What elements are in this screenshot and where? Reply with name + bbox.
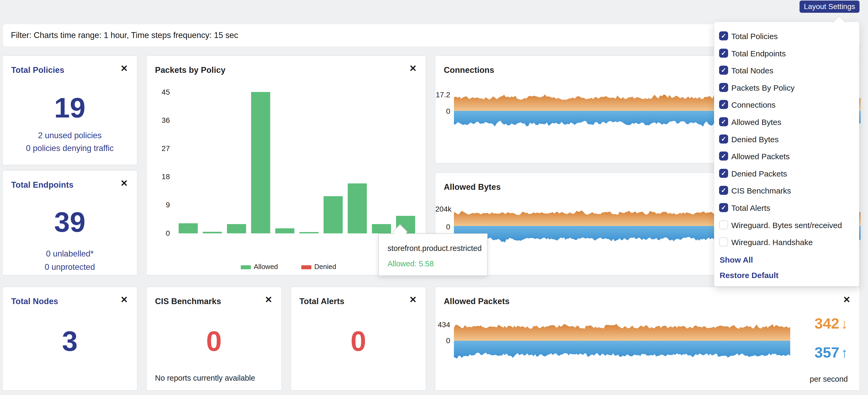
- close-icon[interactable]: ✕: [121, 295, 128, 304]
- unlabelled-text: 0 unlabelled*: [3, 249, 137, 259]
- dropdown-item-label: Allowed Bytes: [731, 118, 781, 127]
- card-title: Connections: [444, 65, 494, 75]
- dropdown-item-packets-by-policy[interactable]: ✓Packets By Policy: [714, 80, 859, 97]
- dropdown-item-label: Connections: [731, 101, 776, 110]
- bar-allowed-6[interactable]: [323, 196, 343, 233]
- legend-label-denied: Denied: [314, 263, 336, 271]
- filter-text: Filter: Charts time range: 1 hour, Time …: [11, 31, 238, 40]
- card-total-nodes: Total Nodes ✕ 3: [2, 286, 137, 391]
- dropdown-item-label: CIS Benchmarks: [731, 186, 791, 195]
- y-axis-tick-label: 0: [153, 229, 170, 237]
- checkbox-checked-icon[interactable]: ✓: [719, 169, 728, 178]
- layout-settings-button[interactable]: Layout Settings: [800, 1, 860, 13]
- dropdown-item-label: Total Alerts: [731, 204, 770, 213]
- allowed-packets-stream-chart: [454, 322, 790, 367]
- checkbox-unchecked-icon[interactable]: [719, 220, 728, 229]
- checkbox-checked-icon[interactable]: ✓: [719, 151, 728, 161]
- close-icon[interactable]: ✕: [409, 295, 417, 304]
- bar-allowed-3[interactable]: [251, 92, 270, 233]
- dropdown-item-label: Allowed Packets: [731, 152, 790, 161]
- checkbox-checked-icon[interactable]: ✓: [719, 49, 728, 58]
- bar-allowed-8[interactable]: [372, 224, 391, 233]
- card-title: Allowed Packets: [444, 297, 510, 306]
- bar-allowed-7[interactable]: [348, 184, 367, 233]
- show-all-link[interactable]: Show All: [720, 255, 753, 264]
- checkbox-checked-icon[interactable]: ✓: [719, 83, 728, 92]
- cis-benchmarks-value: 0: [147, 327, 281, 355]
- y-axis-tick-label: 36: [153, 116, 170, 125]
- checkbox-unchecked-icon[interactable]: [719, 237, 728, 246]
- dropdown-item-wireguard-bytes-sent-received[interactable]: Wireguard. Bytes sent/received: [714, 217, 859, 234]
- card-title: Total Alerts: [300, 297, 344, 306]
- card-title: CIS Benchmarks: [155, 297, 221, 306]
- unused-policies-text: 2 unused policies: [3, 131, 137, 140]
- dropdown-item-denied-packets[interactable]: ✓Denied Packets: [714, 166, 859, 182]
- close-icon[interactable]: ✕: [843, 295, 851, 304]
- restore-default-link[interactable]: Restore Default: [720, 271, 779, 280]
- checkbox-checked-icon[interactable]: ✓: [719, 135, 728, 144]
- dropdown-item-label: Packets By Policy: [731, 83, 795, 92]
- cis-no-reports-text: No reports currently available: [155, 374, 255, 383]
- y-axis-zero-label: 0: [435, 223, 450, 231]
- checkbox-checked-icon[interactable]: ✓: [719, 66, 728, 75]
- dropdown-item-label: Total Policies: [731, 32, 778, 41]
- card-title: Allowed Bytes: [444, 182, 501, 192]
- total-alerts-value: 0: [291, 327, 426, 355]
- close-icon[interactable]: ✕: [121, 64, 128, 73]
- checkbox-checked-icon[interactable]: ✓: [719, 100, 728, 109]
- y-axis-tick-label: 45: [153, 88, 170, 96]
- bar-allowed-0[interactable]: [179, 223, 198, 233]
- checkbox-checked-icon[interactable]: ✓: [719, 186, 728, 195]
- packets-received-rate: 342↓: [815, 315, 848, 332]
- dropdown-item-allowed-packets[interactable]: ✓Allowed Packets: [714, 148, 859, 165]
- layout-settings-button-label: Layout Settings: [804, 2, 855, 11]
- legend-label-allowed: Allowed: [254, 263, 278, 271]
- total-endpoints-value: 39: [3, 208, 137, 236]
- dropdown-item-label: Denied Packets: [731, 169, 787, 178]
- checkbox-checked-icon[interactable]: ✓: [719, 117, 728, 126]
- total-policies-value: 19: [3, 93, 137, 122]
- dropdown-item-total-endpoints[interactable]: ✓Total Endpoints: [714, 46, 859, 62]
- close-icon[interactable]: ✕: [121, 179, 128, 188]
- dropdown-item-total-policies[interactable]: ✓Total Policies: [714, 28, 859, 45]
- dropdown-item-total-nodes[interactable]: ✓Total Nodes: [714, 62, 859, 80]
- checkbox-checked-icon[interactable]: ✓: [719, 203, 728, 212]
- bar-allowed-2[interactable]: [227, 224, 246, 233]
- card-total-endpoints: Total Endpoints ✕ 39 0 unlabelled* 0 unp…: [2, 170, 137, 275]
- y-axis-zero-label: 0: [435, 337, 450, 345]
- arrow-down-icon: ↓: [841, 316, 848, 332]
- dropdown-item-label: Denied Bytes: [731, 135, 779, 144]
- y-axis-max-label: 434: [435, 320, 450, 329]
- total-nodes-value: 3: [3, 327, 137, 355]
- dropdown-item-total-alerts[interactable]: ✓Total Alerts: [714, 200, 859, 217]
- dropdown-item-connections[interactable]: ✓Connections: [714, 97, 859, 114]
- y-axis-max-label: 17.2: [435, 91, 450, 99]
- card-title: Total Nodes: [11, 297, 58, 306]
- dropdown-item-wireguard-handshake[interactable]: Wireguard. Handshake: [714, 234, 859, 251]
- dropdown-item-allowed-bytes[interactable]: ✓Allowed Bytes: [714, 114, 859, 131]
- close-icon[interactable]: ✕: [265, 295, 273, 304]
- bar-allowed-1[interactable]: [203, 232, 222, 233]
- chart-tooltip: storefront.product.restricted Allowed: 5…: [378, 233, 488, 276]
- card-total-policies: Total Policies ✕ 19 2 unused policies 0 …: [2, 55, 137, 165]
- dropdown-item-label: Wireguard. Bytes sent/received: [731, 221, 842, 230]
- area-above-zero: [454, 324, 790, 341]
- bar-allowed-5[interactable]: [300, 232, 318, 233]
- dropdown-item-cis-benchmarks[interactable]: ✓CIS Benchmarks: [714, 182, 859, 200]
- packets-sent-rate: 357↑: [815, 344, 848, 361]
- dropdown-item-label: Wireguard. Handshake: [731, 238, 813, 247]
- card-title: Total Endpoints: [11, 180, 73, 190]
- unprotected-text: 0 unprotected: [3, 262, 137, 272]
- bar-allowed-4[interactable]: [275, 228, 294, 233]
- dropdown-item-denied-bytes[interactable]: ✓Denied Bytes: [714, 131, 859, 148]
- dropdown-item-label: Total Nodes: [731, 66, 773, 75]
- dropdown-arrow: [832, 16, 846, 29]
- y-axis-tick-label: 27: [153, 144, 170, 153]
- dropdown-item-label: Total Endpoints: [731, 49, 786, 58]
- card-allowed-packets: Allowed Packets ✕ 434 0 342↓ 357↑ per se…: [435, 286, 860, 391]
- rate-unit-label: per second: [810, 375, 848, 384]
- layout-settings-dropdown: ✓Total Policies✓Total Endpoints✓Total No…: [714, 22, 859, 286]
- legend-swatch-denied: [301, 265, 311, 269]
- checkbox-checked-icon[interactable]: ✓: [719, 31, 728, 40]
- arrow-up-icon: ↑: [841, 345, 848, 361]
